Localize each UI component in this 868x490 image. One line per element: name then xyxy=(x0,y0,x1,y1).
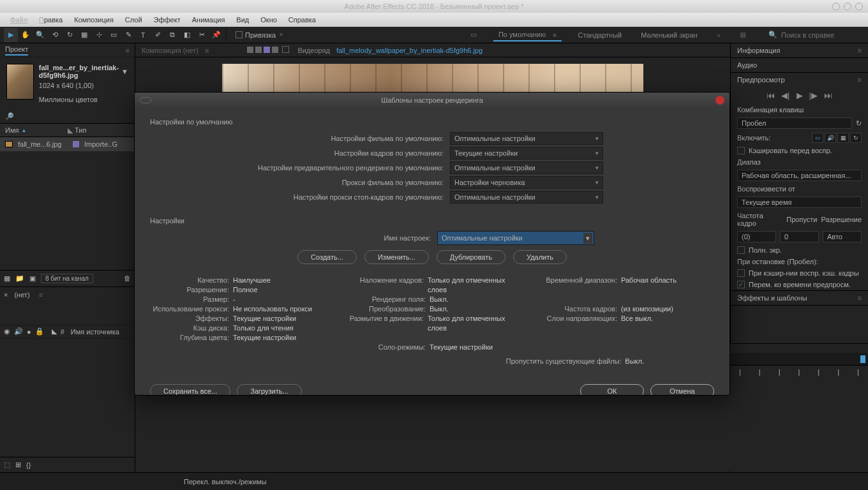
default-movieproxy-select[interactable]: Настройки черновика▾ xyxy=(450,176,603,189)
close-icon[interactable] xyxy=(855,3,863,10)
comp-icon[interactable]: ▣ xyxy=(29,274,36,283)
inc-overlay-icon[interactable]: ▦ xyxy=(837,133,849,143)
fps-select[interactable]: (0) xyxy=(737,231,776,242)
rotate-tool-icon[interactable]: ↻ xyxy=(63,28,77,42)
audio-icon[interactable]: 🔊 xyxy=(14,327,23,336)
info-panel-header[interactable]: Информация xyxy=(737,47,780,54)
setting-name-select[interactable]: Оптимальные настройки▾ xyxy=(437,231,594,245)
menu-animation[interactable]: Анимация xyxy=(187,15,230,25)
duplicate-button[interactable]: Дублировать xyxy=(437,250,505,264)
panel-menu-icon[interactable]: ≡ xyxy=(126,47,130,54)
inc-loop-icon[interactable]: ↻ xyxy=(850,133,862,143)
solo-icon[interactable]: ● xyxy=(27,328,31,336)
camera-tool-icon[interactable]: ▦ xyxy=(77,28,91,42)
layout-menu-icon[interactable]: ▭ xyxy=(468,29,479,41)
selection-tool-icon[interactable]: ▶ xyxy=(4,28,18,42)
default-stillproxy-select[interactable]: Оптимальные настройки▾ xyxy=(450,191,603,204)
audio-panel-header[interactable]: Аудио xyxy=(737,61,757,69)
inc-video-icon[interactable]: ▭ xyxy=(812,133,823,143)
trash-icon[interactable]: 🗑 xyxy=(124,274,131,282)
prev-frame-icon[interactable]: ◀| xyxy=(781,91,789,100)
layout-more-icon[interactable]: » xyxy=(714,29,723,41)
srcname-header[interactable]: Имя источника xyxy=(71,328,119,336)
panel-menu-icon[interactable]: ≡ xyxy=(858,294,862,302)
res-select[interactable]: Авто xyxy=(823,231,862,242)
ok-button[interactable]: ОК xyxy=(580,384,644,396)
tag-icon[interactable]: ◣ xyxy=(68,126,73,134)
next-frame-icon[interactable]: |▶ xyxy=(809,91,818,100)
minimize-icon[interactable] xyxy=(832,3,840,10)
cache-checkbox[interactable] xyxy=(737,147,745,154)
time-scrubber[interactable] xyxy=(730,353,868,366)
last-frame-icon[interactable]: ⏭ xyxy=(824,91,832,100)
menu-composition[interactable]: Композиция xyxy=(69,15,119,25)
lock-icon[interactable]: 🔒 xyxy=(35,327,44,336)
text-tool-icon[interactable]: T xyxy=(136,28,150,42)
menu-edit[interactable]: Правка xyxy=(34,15,68,25)
default-movie-select[interactable]: Оптимальные настройки▾ xyxy=(450,132,603,145)
timeline-close-icon[interactable]: × xyxy=(4,291,8,299)
menu-layer[interactable]: Слой xyxy=(120,15,147,25)
first-frame-icon[interactable]: ⏮ xyxy=(767,91,775,100)
composition-label[interactable]: Композиция (нет) xyxy=(142,47,198,54)
layout-standard[interactable]: Стандартный xyxy=(576,29,625,41)
cancel-button[interactable]: Отмена xyxy=(650,384,714,396)
label-header-icon[interactable]: ◣ xyxy=(52,327,57,336)
asset-dropdown-icon[interactable]: ▼ xyxy=(121,68,128,75)
shortcut-select[interactable]: Пробел xyxy=(737,117,852,129)
project-tab[interactable]: Проект xyxy=(5,45,28,56)
edit-button[interactable]: Изменить... xyxy=(364,250,429,264)
brush-tool-icon[interactable]: ✐ xyxy=(151,28,165,42)
tl-icon3[interactable]: {} xyxy=(26,461,31,469)
dialog-close-icon[interactable] xyxy=(715,96,724,105)
range-select[interactable]: Рабочая область, расширенная... xyxy=(737,170,862,181)
video-filename[interactable]: fall_melody_wallpaper_by_inertiak-d5fg9h… xyxy=(336,47,483,54)
layout-grid-icon[interactable]: ▦ xyxy=(737,29,749,41)
play-icon[interactable]: ▶ xyxy=(797,91,803,100)
folder-icon[interactable]: 📁 xyxy=(15,274,24,283)
eye-icon[interactable]: ◉ xyxy=(4,327,10,336)
orbit-tool-icon[interactable]: ⟲ xyxy=(48,28,62,42)
hand-tool-icon[interactable]: ✋ xyxy=(19,28,33,42)
onstop2-checkbox[interactable]: ✓ xyxy=(737,281,745,288)
menu-help[interactable]: Справка xyxy=(283,15,321,25)
timeline-menu-icon[interactable]: ≡ xyxy=(39,291,43,299)
project-search-icon[interactable]: 🔎 xyxy=(5,112,14,121)
fullscreen-checkbox[interactable] xyxy=(737,246,745,254)
inc-audio-icon[interactable]: 🔊 xyxy=(825,133,836,143)
anchor-tool-icon[interactable]: ⊹ xyxy=(92,28,106,42)
timeline-tab[interactable]: (нет) xyxy=(14,291,29,299)
onstop1-checkbox[interactable] xyxy=(737,269,745,277)
pen-tool-icon[interactable]: ✎ xyxy=(121,28,135,42)
puppet-tool-icon[interactable]: 📌 xyxy=(209,28,223,42)
maximize-icon[interactable] xyxy=(844,3,851,10)
clone-tool-icon[interactable]: ⧉ xyxy=(165,28,179,42)
snap-toggle[interactable]: Привязка ⚬ xyxy=(236,31,284,39)
default-prerender-select[interactable]: Оптимальные настройки▾ xyxy=(450,161,603,174)
menu-effect[interactable]: Эффект xyxy=(149,15,186,25)
toggle-switches-label[interactable]: Перекл. выключ./режимы xyxy=(184,478,267,486)
menu-view[interactable]: Вид xyxy=(231,15,254,25)
zoom-tool-icon[interactable]: 🔍 xyxy=(33,28,47,42)
col-type[interactable]: Тип xyxy=(75,126,86,134)
create-button[interactable]: Создать... xyxy=(297,250,357,264)
effects-panel-header[interactable]: Эффекты и шаблоны xyxy=(737,294,807,302)
shape-tool-icon[interactable]: ▭ xyxy=(107,28,121,42)
skip-select[interactable]: 0 xyxy=(780,231,819,242)
bpc-button[interactable]: 8 бит на канал xyxy=(41,274,93,283)
panel-menu-icon[interactable]: ≡ xyxy=(858,47,862,54)
sort-icon[interactable]: ▲ xyxy=(21,128,26,133)
default-frame-select[interactable]: Текущие настройки▾ xyxy=(450,147,603,160)
project-file-row[interactable]: fall_me...6.jpg Importe..G xyxy=(0,137,135,151)
help-search-input[interactable] xyxy=(781,31,858,39)
preview-panel-header[interactable]: Предпросмотр xyxy=(737,76,785,84)
load-button[interactable]: Загрузить... xyxy=(237,384,301,396)
tl-icon1[interactable]: ⬚ xyxy=(4,461,10,469)
eraser-tool-icon[interactable]: ◧ xyxy=(180,28,194,42)
comp-menu-icon[interactable]: ≡ xyxy=(205,47,209,54)
playfrom-select[interactable]: Текущее время xyxy=(737,197,862,208)
layout-default[interactable]: По умолчанию ≡ xyxy=(493,29,562,41)
interpret-icon[interactable]: ▦ xyxy=(4,274,10,283)
menu-file[interactable]: Файл xyxy=(5,15,33,25)
menu-window[interactable]: Окно xyxy=(255,15,282,25)
